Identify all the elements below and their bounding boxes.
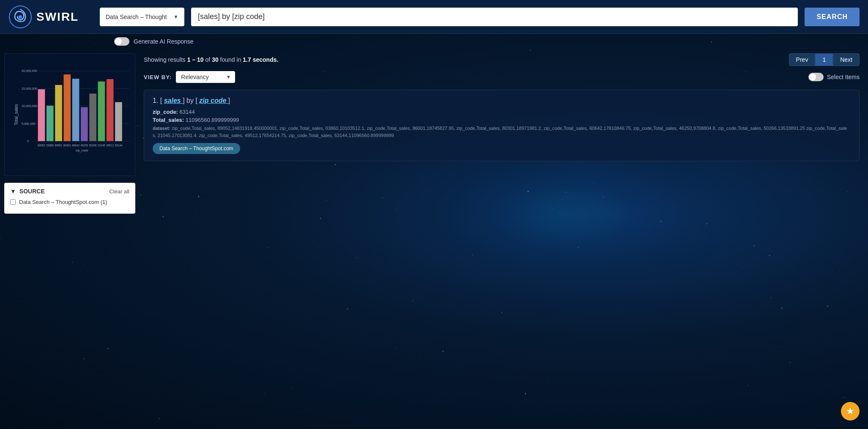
source-filter-item: Data Search – ThoughtSpot.com (1) bbox=[10, 199, 129, 205]
chevron-down-icon: ▼ bbox=[173, 14, 178, 20]
chart-y-axis-label: Total_sales bbox=[14, 104, 19, 125]
logo-area: SWIRL bbox=[8, 5, 93, 29]
result-title-sales: sales bbox=[164, 97, 183, 104]
svg-text:60642: 60642 bbox=[72, 144, 79, 147]
chart-container: Total_sales 20,000,000 15,000,000 10,000… bbox=[4, 53, 135, 176]
source-dropdown-label: Data Search – Thought bbox=[106, 14, 167, 20]
result-zip-field: zip_code: 63144 bbox=[153, 109, 851, 115]
svg-rect-28 bbox=[107, 79, 114, 141]
view-by-select[interactable]: Relevancy Date Source bbox=[176, 71, 235, 83]
result-zip-value: 63144 bbox=[180, 109, 195, 115]
select-items-row: Select Items bbox=[808, 73, 860, 81]
svg-text:20,000,000: 20,000,000 bbox=[22, 69, 37, 73]
result-dataset-label: dataset: bbox=[153, 126, 172, 131]
svg-rect-18 bbox=[64, 74, 71, 141]
select-items-knob bbox=[809, 74, 816, 80]
right-panel: Showing results 1 – 10 of 30 found in 1.… bbox=[140, 49, 868, 218]
result-dataset-value: zip_code,Total_sales, 89052,14831918.450… bbox=[153, 126, 847, 138]
result-title-close: ] bbox=[228, 97, 230, 104]
result-dataset: dataset: zip_code,Total_sales, 89052,148… bbox=[153, 125, 851, 139]
source-dropdown[interactable]: Data Search – Thought ▼ bbox=[100, 8, 184, 26]
view-by-dropdown-wrap: Relevancy Date Source ▼ bbox=[176, 71, 235, 83]
result-source-badge[interactable]: Data Search – ThoughtSpot.com bbox=[153, 143, 240, 154]
clear-all-button[interactable]: Clear all bbox=[109, 188, 129, 195]
ai-toggle-switch[interactable] bbox=[114, 37, 129, 46]
result-title-by: ] by [ bbox=[183, 97, 197, 104]
select-items-label: Select Items bbox=[827, 74, 860, 80]
bar-chart: 20,000,000 15,000,000 10,000,000 5,000,0… bbox=[22, 60, 131, 158]
svg-point-1 bbox=[19, 15, 22, 19]
svg-text:10,000,000: 10,000,000 bbox=[22, 104, 37, 108]
svg-rect-26 bbox=[98, 82, 105, 141]
collapse-icon[interactable]: ▼ bbox=[10, 188, 16, 195]
svg-text:80301: 80301 bbox=[63, 144, 71, 147]
swirl-logo-icon bbox=[8, 5, 32, 29]
source-filter-panel: ▼ SOURCE Clear all Data Search – Thought… bbox=[4, 183, 135, 214]
result-sales-value: 11096560.899999999 bbox=[186, 117, 239, 123]
svg-text:89052: 89052 bbox=[38, 144, 45, 147]
svg-rect-16 bbox=[55, 85, 62, 141]
result-title: 1. [ sales ] by [ zip code ] bbox=[153, 97, 851, 104]
svg-rect-12 bbox=[38, 89, 45, 141]
result-index: 1. [ bbox=[153, 97, 162, 104]
view-options-row: VIEW BY: Relevancy Date Source ▼ Select … bbox=[144, 71, 860, 83]
source-panel-title: SOURCE bbox=[19, 188, 45, 195]
app-name: SWIRL bbox=[36, 10, 79, 24]
search-input[interactable] bbox=[191, 8, 798, 26]
source-panel-header: ▼ SOURCE Clear all bbox=[10, 188, 129, 195]
svg-text:21045: 21045 bbox=[98, 144, 105, 147]
svg-text:63144: 63144 bbox=[115, 144, 122, 147]
search-input-wrap bbox=[191, 8, 798, 26]
ai-toggle-row: Generate AI Response bbox=[0, 34, 868, 49]
result-title-zipcode: zip code bbox=[199, 97, 228, 104]
svg-rect-30 bbox=[115, 102, 122, 141]
results-header: Showing results 1 – 10 of 30 found in 1.… bbox=[144, 53, 860, 66]
ai-toggle-label: Generate AI Response bbox=[134, 38, 194, 45]
svg-text:50266: 50266 bbox=[89, 144, 97, 147]
pagination: Prev 1 Next bbox=[789, 53, 860, 66]
result-card: 1. [ sales ] by [ zip code ] zip_code: 6… bbox=[144, 90, 860, 161]
svg-rect-22 bbox=[81, 107, 88, 141]
svg-rect-14 bbox=[47, 106, 54, 141]
result-sales-field: Total_sales: 11096560.899999999 bbox=[153, 117, 851, 123]
svg-text:0: 0 bbox=[27, 139, 29, 143]
next-button[interactable]: Next bbox=[833, 53, 860, 66]
favorite-button[interactable]: ★ bbox=[841, 402, 860, 421]
result-sales-label: Total_sales: bbox=[153, 117, 186, 123]
result-zip-label: zip_code: bbox=[153, 109, 180, 115]
svg-text:5,000,000: 5,000,000 bbox=[22, 122, 36, 126]
toggle-knob bbox=[115, 38, 122, 45]
svg-text:49512: 49512 bbox=[106, 144, 114, 147]
app-header: SWIRL Data Search – Thought ▼ SEARCH bbox=[0, 0, 868, 34]
svg-text:03860: 03860 bbox=[46, 144, 54, 147]
source-item-label: Data Search – ThoughtSpot.com (1) bbox=[19, 199, 107, 205]
main-content: Total_sales 20,000,000 15,000,000 10,000… bbox=[0, 49, 868, 218]
svg-text:15,000,000: 15,000,000 bbox=[22, 87, 37, 91]
svg-text:46250: 46250 bbox=[80, 144, 88, 147]
svg-rect-24 bbox=[89, 94, 96, 141]
svg-rect-20 bbox=[72, 79, 79, 141]
search-button[interactable]: SEARCH bbox=[805, 8, 860, 26]
select-items-toggle[interactable] bbox=[808, 73, 824, 81]
left-panel: Total_sales 20,000,000 15,000,000 10,000… bbox=[0, 49, 140, 218]
svg-text:zip_code: zip_code bbox=[76, 148, 88, 152]
results-summary: Showing results 1 – 10 of 30 found in 1.… bbox=[144, 56, 278, 63]
prev-button[interactable]: Prev bbox=[789, 53, 816, 66]
view-by-label: VIEW BY: bbox=[144, 74, 172, 80]
source-checkbox[interactable] bbox=[10, 199, 16, 205]
svg-text:86001: 86001 bbox=[55, 144, 63, 147]
page-number-button[interactable]: 1 bbox=[815, 53, 833, 66]
